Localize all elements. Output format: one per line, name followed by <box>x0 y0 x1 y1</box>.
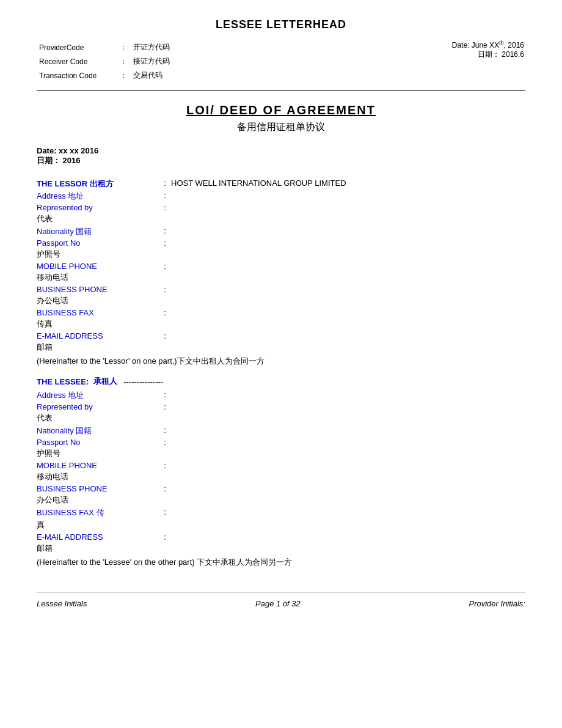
lessor-biz-phone-cn: 办公电话 <box>37 295 525 306</box>
lessor-nationality-label: Nationality 国籍 <box>37 226 159 237</box>
lessee-passport-cn: 护照号 <box>37 448 525 459</box>
lessor-email-cn: 邮箱 <box>37 342 525 353</box>
provider-initials: Provider Initials: <box>469 599 525 608</box>
lessee-nationality-label: Nationality 国籍 <box>37 425 159 436</box>
lessee-fax-row: BUSINESS FAX 传 : <box>37 507 525 518</box>
date-line2: 日期： 2016 <box>37 155 525 166</box>
lessor-fax-row: BUSINESS FAX : <box>37 308 525 317</box>
lessee-biz-phone-cn: 办公电话 <box>37 495 525 506</box>
doc-title-cn: 备用信用证租单协议 <box>37 121 525 134</box>
footer: Lessee Initials Page 1 of 32 Provider In… <box>37 592 525 608</box>
lessor-biz-phone-colon: : <box>159 285 171 294</box>
receiver-code-label: Receiver Code <box>39 55 119 68</box>
lessor-section-value: HOST WELL INTERNATIONAL GROUP LIMITED <box>171 178 525 188</box>
lessor-mobile-row: MOBILE PHONE : <box>37 262 525 271</box>
lessee-represented-row: Represented by : <box>37 402 525 411</box>
lessor-email-label: E-MAIL ADDRESS <box>37 331 159 340</box>
lessor-fax-cn: 传真 <box>37 318 525 329</box>
provider-code-colon: ： <box>120 41 132 54</box>
date-section: Date: xx xx 2016 日期： 2016 <box>37 146 525 166</box>
lessor-represented-row: Represented by : <box>37 203 525 212</box>
lessee-biz-phone-row: BUSINESS PHONE : <box>37 484 525 493</box>
lessee-fax-label: BUSINESS FAX 传 <box>37 507 159 518</box>
lessor-nationality-colon: : <box>159 226 171 235</box>
lessor-section-label: THE LESSOR 出租方 <box>37 178 159 189</box>
lessee-section-label: THE LESSEE: <box>37 377 89 386</box>
lessee-represented-cn: 代表 <box>37 413 525 424</box>
provider-info: ProviderCode ： 开证方代码 Receiver Code ： 接证方… <box>38 40 171 83</box>
provider-code-label: ProviderCode <box>39 41 119 54</box>
lessee-header-row: THE LESSEE: 承租人 --------------- <box>37 376 525 387</box>
lessor-nationality-row: Nationality 国籍 : <box>37 226 525 237</box>
lessee-email-label: E-MAIL ADDRESS <box>37 532 159 542</box>
provider-code-value: 开证方代码 <box>133 41 170 54</box>
lessor-address-colon: : <box>159 191 171 200</box>
lessor-hereinafter: (Hereinafter to the 'Lessor' on one part… <box>37 356 525 367</box>
lessor-passport-label: Passport No <box>37 238 159 248</box>
lessee-represented-label: Represented by <box>37 402 159 411</box>
lessee-passport-row: Passport No : <box>37 438 525 447</box>
page-info: Page 1 of 32 <box>255 599 301 608</box>
receiver-code-colon: ： <box>120 55 132 68</box>
lessee-dashes: --------------- <box>123 377 163 386</box>
transaction-code-value: 交易代码 <box>133 69 170 82</box>
header-table: ProviderCode ： 开证方代码 Receiver Code ： 接证方… <box>37 37 525 86</box>
lessor-biz-phone-row: BUSINESS PHONE : <box>37 285 525 294</box>
date-line1: Date: xx xx 2016 <box>37 146 525 155</box>
date-en: Date: June XXth, 2016 <box>330 40 524 50</box>
lessor-address-label: Address 地址 <box>37 191 159 202</box>
lessee-email-colon: : <box>159 532 171 542</box>
lessor-mobile-cn: 移动电话 <box>37 272 525 283</box>
lessee-biz-phone-colon: : <box>159 484 171 493</box>
lessor-passport-row: Passport No : <box>37 238 525 248</box>
lessee-biz-phone-label: BUSINESS PHONE <box>37 484 159 493</box>
header-date: Date: June XXth, 2016 日期： 2016.6 <box>330 39 524 84</box>
lessor-passport-colon: : <box>159 238 171 248</box>
lessor-represented-cn: 代表 <box>37 213 525 224</box>
lessor-header-colon: : <box>159 178 171 188</box>
lessee-address-row: Address 地址 : <box>37 390 525 401</box>
lessor-mobile-colon: : <box>159 262 171 271</box>
lessee-initials: Lessee Initials <box>37 599 87 608</box>
lessor-fax-colon: : <box>159 308 171 317</box>
lessee-hereinafter: (Hereinafter to the 'Lessee' on the othe… <box>37 557 525 568</box>
lessee-mobile-cn: 移动电话 <box>37 471 525 482</box>
lessee-passport-label: Passport No <box>37 438 159 447</box>
lessor-mobile-label: MOBILE PHONE <box>37 262 159 271</box>
lessor-represented-colon: : <box>159 203 171 212</box>
lessor-address-row: Address 地址 : <box>37 191 525 202</box>
lessee-section: THE LESSEE: 承租人 --------------- Address … <box>37 376 525 568</box>
page-title: LESSEE LETTERHEAD <box>37 18 525 31</box>
lessee-fax-cn: 真 <box>37 520 525 531</box>
lessor-represented-label: Represented by <box>37 203 159 212</box>
lessee-nationality-colon: : <box>159 425 171 435</box>
lessee-mobile-label: MOBILE PHONE <box>37 461 159 470</box>
lessor-email-colon: : <box>159 331 171 340</box>
transaction-code-colon: ： <box>120 69 132 82</box>
lessor-passport-cn: 护照号 <box>37 249 525 260</box>
lessee-address-label: Address 地址 <box>37 390 159 401</box>
transaction-code-label: Transaction Code <box>39 69 119 82</box>
lessee-fax-colon: : <box>159 507 171 517</box>
lessee-email-cn: 邮箱 <box>37 543 525 554</box>
date-cn: 日期： 2016.6 <box>330 50 524 60</box>
lessee-passport-colon: : <box>159 438 171 447</box>
lessor-email-row: E-MAIL ADDRESS : <box>37 331 525 340</box>
lessee-email-row: E-MAIL ADDRESS : <box>37 532 525 542</box>
lessor-header-row: THE LESSOR 出租方 : HOST WELL INTERNATIONAL… <box>37 178 525 189</box>
doc-title-en: LOI/ DEED OF AGREEMENT <box>37 103 525 117</box>
lessee-address-colon: : <box>159 390 171 399</box>
header-divider <box>37 90 525 91</box>
lessor-section: THE LESSOR 出租方 : HOST WELL INTERNATIONAL… <box>37 178 525 367</box>
lessor-biz-phone-label: BUSINESS PHONE <box>37 285 159 294</box>
lessee-mobile-row: MOBILE PHONE : <box>37 461 525 470</box>
lessee-represented-colon: : <box>159 402 171 411</box>
lessee-nationality-row: Nationality 国籍 : <box>37 425 525 436</box>
receiver-code-value: 接证方代码 <box>133 55 170 68</box>
lessor-fax-label: BUSINESS FAX <box>37 308 159 317</box>
lessee-mobile-colon: : <box>159 461 171 470</box>
lessee-section-label-cn: 承租人 <box>93 376 117 387</box>
